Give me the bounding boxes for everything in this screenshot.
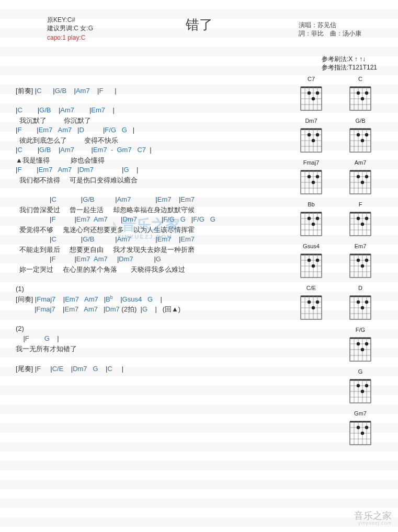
chord-diagram-bb: Bb [294, 201, 328, 238]
svg-point-163 [312, 306, 315, 309]
fretboard-icon [298, 293, 324, 321]
lyric-line: 爱觉得不够 鬼迷心窍还想要更多 以为人生该尽情挥霍 [16, 225, 298, 235]
ref-strum: 参考刷法:X ↑ ↑↓ [322, 55, 377, 63]
chord-name: C7 [294, 76, 328, 83]
lyric-line: 我们都不捨得 可是伤口变得难以癒合 [16, 176, 298, 186]
chord-diagram-fg: F/G [344, 327, 377, 363]
chord-name: G/B [344, 118, 377, 125]
chord-line: |C |G/B |Am7 |Em7 | [16, 106, 298, 116]
chord-diagram-d: D [344, 285, 377, 321]
svg-point-102 [308, 217, 311, 220]
chord-name: Dm7 [294, 118, 328, 125]
svg-point-29 [365, 91, 368, 95]
fretboard-icon [347, 293, 373, 321]
blank-line [16, 315, 298, 325]
chord-line: |C |G/B |Am7 |Em7 - Gm7 C7 | [16, 146, 298, 156]
blank-line [16, 186, 298, 195]
chord-diagram-empty [294, 410, 328, 447]
lyric-line: 妳一定哭过 在心里的某个角落 天晓得我多么难过 [16, 265, 298, 275]
lyric-line: (2) [16, 325, 298, 334]
chord-diagrams-column: C7 C Dm7 G/B Fmaj7 [294, 76, 383, 447]
svg-point-209 [365, 384, 368, 387]
chord-diagram-am7: Am7 [344, 159, 377, 196]
ref-pick: 参考指法:T121T121 [322, 63, 377, 72]
svg-point-57 [357, 133, 360, 136]
svg-point-193 [361, 348, 364, 351]
svg-point-28 [361, 97, 364, 100]
svg-point-194 [365, 342, 368, 345]
svg-point-224 [365, 426, 368, 429]
chord-line: [尾奏] |F |C/E |Dm7 G |C | [16, 364, 298, 374]
fretboard-icon [298, 126, 324, 154]
fretboard-icon [298, 168, 324, 196]
chord-diagram-empty [294, 327, 328, 363]
fretboard-icon [347, 168, 373, 196]
section-label: [前奏] [16, 87, 35, 95]
lyric-line: 我沉默了 你沉默了 [16, 116, 298, 126]
chord-diagram-em7: Em7 [344, 243, 377, 280]
svg-point-42 [308, 133, 311, 136]
chord-line: |C |G/B |Am7 |Em7 |Em7 [16, 235, 298, 245]
chord-line: [间奏] |Fmaj7 |Em7 Am7 |Bb |Gsus4 G | [16, 295, 298, 305]
chord-line: |C |G/B |Am7 |Em7 |Em7 [16, 195, 298, 205]
header: 原KEY:C# 建议男调:C 女:G capo:1 play:C 错了 演唱：苏… [0, 0, 398, 34]
sheet-content: [前奏] |C |G/B |Am7 |F ||C |G/B |Am7 |Em7 … [0, 34, 298, 374]
svg-point-149 [365, 259, 368, 262]
chord-diagram-ce: C/E [294, 285, 328, 321]
singer: 演唱：苏见信 [299, 21, 361, 29]
svg-point-58 [361, 139, 364, 142]
svg-point-119 [365, 217, 368, 220]
chord-line: |F |Em7 Am7 |Dm7 |F/G G |F/G G [16, 215, 298, 225]
svg-point-207 [357, 384, 360, 387]
chord-name: C/E [294, 285, 328, 292]
reference-box: 参考刷法:X ↑ ↑↓ 参考指法:T121T121 [322, 55, 377, 72]
meta-right: 演唱：苏见信 詞：菲比 曲：汤小康 [299, 21, 361, 38]
fretboard-icon [298, 251, 324, 280]
chord-diagram-dm7: Dm7 [294, 118, 328, 154]
chord-name: Gsus4 [294, 243, 328, 250]
lyric-line: ▲我是懂得 妳也会懂得 [16, 156, 298, 166]
svg-point-59 [365, 133, 368, 136]
svg-point-89 [365, 175, 368, 178]
section-label: [间奏] [16, 295, 35, 303]
svg-point-43 [312, 139, 315, 142]
chord-line: |F |Em7 Am7 |Dm7 |G [16, 255, 298, 265]
blank-line [16, 96, 298, 106]
chord-name: Gm7 [344, 410, 377, 418]
chord-line: [前奏] |C |G/B |Am7 |F | [16, 86, 298, 96]
fretboard-icon [347, 84, 373, 112]
svg-point-148 [361, 264, 364, 268]
lyric-comp: 詞：菲比 曲：汤小康 [299, 29, 361, 38]
fretboard-icon [347, 419, 373, 447]
svg-point-208 [361, 390, 364, 393]
svg-point-14 [316, 91, 319, 95]
chord-diagram-c: C [344, 76, 377, 112]
svg-point-73 [312, 181, 315, 184]
fretboard-icon [347, 335, 373, 363]
svg-point-88 [361, 181, 364, 184]
chord-diagram-gb: G/B [344, 118, 377, 154]
orig-key: 原KEY:C# [47, 16, 93, 24]
lyric-line: 不能走到最后 想要更自由 我才发现失去妳是一种折磨 [16, 245, 298, 255]
svg-point-103 [312, 223, 315, 226]
chord-diagram-c7: C7 [294, 76, 328, 112]
chord-line: |F |Em7 Am7 |D |F/G G | [16, 126, 298, 136]
svg-point-162 [308, 300, 311, 304]
svg-point-177 [357, 300, 360, 304]
chord-name: F/G [344, 327, 377, 334]
svg-point-118 [361, 223, 364, 226]
svg-point-132 [308, 259, 311, 262]
svg-point-223 [361, 432, 364, 435]
chord-name: Bb [294, 201, 328, 209]
svg-point-104 [316, 217, 319, 220]
svg-point-133 [312, 264, 315, 268]
fretboard-icon [347, 210, 373, 238]
fretboard-icon [298, 84, 324, 112]
svg-point-222 [357, 426, 360, 429]
lyric-line: (1) [16, 285, 298, 295]
chord-line: |F |Em7 Am7 |Dm7 |G | [16, 166, 298, 176]
section-label: [尾奏] [16, 365, 35, 373]
svg-point-178 [361, 306, 364, 309]
fretboard-icon [347, 126, 373, 154]
corner-small: yinyuezj.com [354, 519, 392, 527]
